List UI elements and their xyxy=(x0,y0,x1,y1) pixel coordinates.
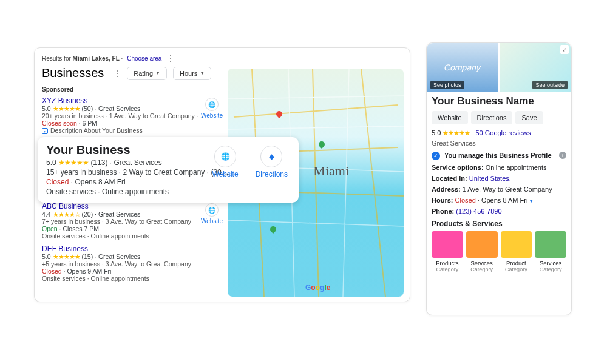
review-count: (50) xyxy=(81,105,93,112)
ps-cat: Category xyxy=(432,266,463,272)
website-label: Website xyxy=(201,112,223,119)
description: Description About Your Business xyxy=(50,127,143,134)
status-time: Opens 8 AM Fri xyxy=(75,178,125,186)
kp-mini-map[interactable]: ⤢ See outside xyxy=(500,43,571,92)
verified-badge-icon: ✓ xyxy=(432,152,440,160)
ps-label: Products xyxy=(432,260,463,266)
directions-icon: ◆ xyxy=(260,146,282,167)
category: Great Services xyxy=(114,158,161,167)
stars-icon: ★★★★★ xyxy=(53,105,80,112)
kp-cover-photo[interactable]: Company See photos xyxy=(427,43,498,92)
ps-heading: Products & Services xyxy=(432,220,566,228)
field-label: Located in: xyxy=(432,175,467,182)
kp-phone: Phone: (123) 456-7890 xyxy=(432,207,566,215)
rating-value: 4.4 xyxy=(42,211,51,218)
listing-your-business-card[interactable]: Your Business 5.0 ★★★★★ (113) · Great Se… xyxy=(38,137,299,203)
stars-icon: ★★★★★ xyxy=(53,253,80,260)
category: Great Services xyxy=(98,253,140,260)
heading-more-icon[interactable]: ⋮ xyxy=(114,69,121,78)
hours-opens: Opens 8 AM Fri xyxy=(481,197,527,204)
ps-item[interactable]: ServicesCategory xyxy=(535,231,566,272)
caret-down-icon: ▼ xyxy=(155,70,160,76)
kp-hours: Hours: Closed · Opens 8 AM Fri▼ xyxy=(432,197,566,204)
directions-button[interactable]: ◆Directions xyxy=(256,146,288,178)
years: 20+ years in business xyxy=(42,112,104,120)
expand-icon[interactable]: ⤢ xyxy=(560,46,569,54)
field-label: Phone: xyxy=(432,207,454,215)
address: 1 Ave. Way to Great Company xyxy=(109,112,195,120)
see-photos-button[interactable]: See photos xyxy=(430,81,464,89)
filter-hours[interactable]: Hours▼ xyxy=(173,67,211,80)
address: 3 Ave. Way to Great Company xyxy=(106,260,191,268)
category: Great Services xyxy=(98,105,140,112)
extras: Onsite services · Online appointments xyxy=(46,187,290,196)
results-location: Miami Lakes, FL xyxy=(73,55,120,62)
website-button[interactable]: 🌐Website xyxy=(201,98,223,119)
kp-website-button[interactable]: Website xyxy=(432,111,468,124)
choose-area-link[interactable]: Choose area xyxy=(127,55,161,62)
globe-icon: 🌐 xyxy=(214,146,236,167)
kp-category: Great Services xyxy=(432,140,566,147)
ps-cat: Category xyxy=(535,266,566,272)
review-count: (113) xyxy=(90,158,107,167)
filter-hours-label: Hours xyxy=(180,70,197,77)
results-for-bar: Results for Miami Lakes, FL · Choose are… xyxy=(42,54,402,62)
stars-icon: ★★★★★ xyxy=(443,129,470,136)
caret-down-icon: ▼ xyxy=(200,70,205,76)
ps-thumb xyxy=(466,231,498,258)
rating-value: 5.0 xyxy=(42,105,51,112)
years: 7+ years in business xyxy=(42,218,100,225)
website-label: Website xyxy=(212,170,239,178)
ps-label: Services xyxy=(535,260,566,266)
google-logo: Google xyxy=(305,283,330,292)
ps-thumb xyxy=(432,231,463,258)
stars-icon: ★★★★★ xyxy=(58,158,89,167)
years: 15+ years in business xyxy=(46,168,117,177)
filter-rating[interactable]: Rating▼ xyxy=(127,67,167,80)
filter-rating-label: Rating xyxy=(134,70,153,77)
website-button[interactable]: 🌐Website xyxy=(212,146,239,178)
caret-down-icon[interactable]: ▼ xyxy=(529,198,534,204)
category: Great Services xyxy=(98,211,140,218)
address: 3 Ave. Way to Great Company xyxy=(106,218,191,225)
ps-item[interactable]: ProductCategory xyxy=(501,231,532,272)
status-time: 6 PM xyxy=(83,120,98,127)
kp-directions-button[interactable]: Directions xyxy=(471,111,513,124)
status: Closes soon xyxy=(42,120,77,127)
globe-icon: 🌐 xyxy=(205,98,219,111)
field-label: Service options: xyxy=(432,164,484,171)
kp-located-in: Located in: United States. xyxy=(432,175,566,182)
phone-link[interactable]: (123) 456-7890 xyxy=(456,207,501,215)
info-icon[interactable]: i xyxy=(559,152,566,159)
review-count: (15) xyxy=(81,253,93,260)
reviews-link[interactable]: 50 Google reviews xyxy=(475,129,531,136)
results-for-prefix: Results for xyxy=(42,55,71,62)
knowledge-panel: Company See photos ⤢ See outside Your Bu… xyxy=(426,42,572,315)
field-label: Hours: xyxy=(432,197,453,204)
rating-value: 5.0 xyxy=(432,129,441,136)
kp-hero: Company See photos ⤢ See outside xyxy=(427,43,571,92)
more-vert-icon[interactable]: ⋮ xyxy=(167,54,174,62)
review-count: (20) xyxy=(81,211,93,218)
globe-icon: 🌐 xyxy=(205,203,219,217)
kp-rating-row: 5.0 ★★★★★ 50 Google reviews xyxy=(432,129,566,137)
ps-row: ProductsCategory ServicesCategory Produc… xyxy=(432,231,566,272)
kp-manage-row: ✓ You manage this Business Profile i xyxy=(432,152,566,160)
field-label: Address: xyxy=(432,186,461,193)
map-city-label: Miami xyxy=(313,163,349,179)
website-label: Website xyxy=(201,218,223,224)
kp-title: Your Business Name xyxy=(432,95,566,107)
ps-thumb xyxy=(535,231,566,258)
ps-item[interactable]: ServicesCategory xyxy=(466,231,498,272)
website-button[interactable]: 🌐Website xyxy=(201,203,223,224)
see-outside-button[interactable]: See outside xyxy=(532,81,568,89)
manage-text: You manage this Business Profile xyxy=(444,152,551,159)
ps-cat: Category xyxy=(466,266,498,272)
ps-label: Product xyxy=(501,260,532,266)
ps-item[interactable]: ProductsCategory xyxy=(432,231,463,272)
located-in-link[interactable]: United States. xyxy=(469,175,511,182)
stars-icon: ★★★★☆ xyxy=(53,211,80,218)
status: Closed xyxy=(46,178,69,186)
kp-action-buttons: Website Directions Save xyxy=(432,111,566,124)
kp-save-button[interactable]: Save xyxy=(515,111,543,124)
